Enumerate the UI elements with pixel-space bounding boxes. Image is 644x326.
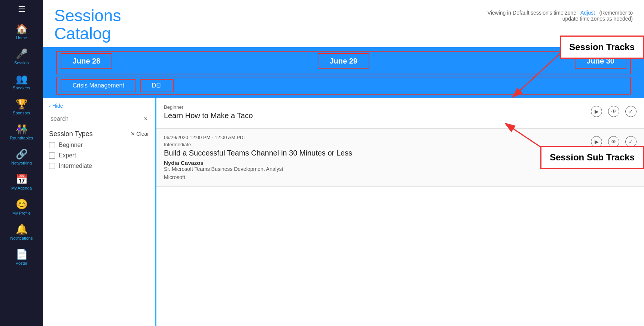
sidebar-item-session[interactable]: 🎤 Session xyxy=(0,46,43,67)
agenda-icon[interactable]: ✓ xyxy=(625,106,637,117)
search-box: × xyxy=(49,114,149,124)
session-actions: ▶ 👁 ✓ xyxy=(591,106,637,117)
sidebar-label-myprofile: My Profile xyxy=(12,211,31,215)
myagenda-icon: 📅 xyxy=(16,173,28,185)
date-june29[interactable]: June 29 xyxy=(318,53,369,69)
session-type: Intermediate xyxy=(164,142,637,147)
hamburger-menu[interactable]: ☰ xyxy=(18,4,25,14)
watch-icon[interactable]: 👁 xyxy=(608,136,619,147)
intermediate-label: Intermediate xyxy=(59,163,92,169)
filter-option-beginner[interactable]: Beginner xyxy=(49,142,149,148)
session-type: Beginner xyxy=(164,104,637,110)
adjust-link[interactable]: Adjust xyxy=(580,10,595,16)
sidebar-label-session: Session xyxy=(14,61,29,65)
sidebar-item-notifications[interactable]: 🔔 Notifications xyxy=(0,221,43,243)
subtracks-row: Crisis Management DEI xyxy=(56,77,631,95)
page-header: SessionsCatalog Viewing in Default sessi… xyxy=(43,0,644,47)
session-actions: ▶ 👁 ✓ xyxy=(591,136,637,147)
search-clear-button[interactable]: × xyxy=(144,116,147,122)
sessions-list: Beginner Learn How to Make a Taco ▶ 👁 ✓ … xyxy=(155,98,644,326)
filter-option-expert[interactable]: Expert xyxy=(49,152,149,159)
sidebar-item-myagenda[interactable]: 📅 My Agenda xyxy=(0,171,43,193)
sidebar-label-speakers: Speakers xyxy=(13,86,30,90)
sidebar-item-home[interactable]: 🏠 Home xyxy=(0,21,43,42)
watch-icon[interactable]: 👁 xyxy=(608,106,619,117)
home-icon: 🏠 xyxy=(16,23,28,35)
search-input[interactable] xyxy=(49,114,149,124)
sidebar-label-myagenda: My Agenda xyxy=(11,186,32,190)
session-speaker: Nydia Cavazos xyxy=(164,160,637,166)
session-company: Microsoft xyxy=(164,174,637,180)
intermediate-checkbox[interactable] xyxy=(49,163,55,169)
session-icon: 🎤 xyxy=(16,48,28,60)
sidebar-item-poster[interactable]: 📄 Poster xyxy=(0,246,43,268)
poster-icon: 📄 xyxy=(16,249,28,260)
timezone-text: Viewing in Default session's time zone xyxy=(488,10,576,16)
session-card: 06/29/2020 12:00 PM - 12:00 AM PDT Inter… xyxy=(156,129,644,187)
main-content: SessionsCatalog Viewing in Default sessi… xyxy=(43,0,644,326)
agenda-icon[interactable]: ✓ xyxy=(625,136,637,147)
chevron-left-icon: ‹ xyxy=(49,103,51,109)
page-title: SessionsCatalog xyxy=(54,7,121,43)
sidebar-label-home: Home xyxy=(16,36,27,40)
sponsors-icon: 🏆 xyxy=(16,98,28,110)
tracks-subtracks: Crisis Management DEI xyxy=(57,77,630,94)
timezone-notice: Viewing in Default session's time zone A… xyxy=(488,10,633,22)
clear-label: Clear xyxy=(137,131,149,137)
hide-button[interactable]: ‹ Hide xyxy=(49,103,149,109)
session-datetime: 06/29/2020 12:00 PM - 12:00 AM PDT xyxy=(164,135,637,140)
beginner-label: Beginner xyxy=(59,142,83,148)
sidebar-item-sponsors[interactable]: 🏆 Sponsors xyxy=(0,96,43,117)
sidebar-label-sponsors: Sponsors xyxy=(13,111,30,115)
tracks-bar: June 28 June 29 June 30 Crisis Managemen… xyxy=(43,47,644,98)
sidebar-item-speakers[interactable]: 👥 Speakers xyxy=(0,71,43,92)
tracks-dates: June 28 June 29 June 30 xyxy=(57,52,630,71)
clear-filter-button[interactable]: ✕ Clear xyxy=(131,131,149,137)
play-icon[interactable]: ▶ xyxy=(591,136,602,147)
subtrack-dei[interactable]: DEI xyxy=(140,79,174,92)
content-area: ‹ Hide × Session Types ✕ Clear Begi xyxy=(43,98,644,326)
sidebar-label-poster: Poster xyxy=(16,261,28,265)
roundtables-icon: 👫 xyxy=(16,123,28,135)
sidebar-item-networking[interactable]: 🔗 Networking xyxy=(0,146,43,167)
subtrack-crisis[interactable]: Crisis Management xyxy=(61,79,136,92)
networking-icon: 🔗 xyxy=(16,148,28,160)
x-icon: ✕ xyxy=(131,131,135,137)
expert-checkbox[interactable] xyxy=(49,153,55,159)
session-card: Beginner Learn How to Make a Taco ▶ 👁 ✓ xyxy=(156,98,644,129)
speakers-icon: 👥 xyxy=(16,73,28,85)
session-title: Learn How to Make a Taco xyxy=(164,111,637,120)
expert-label: Expert xyxy=(59,152,76,159)
hide-label: Hide xyxy=(52,103,63,109)
play-icon[interactable]: ▶ xyxy=(591,106,602,117)
date-june28[interactable]: June 28 xyxy=(61,53,112,69)
filter-panel: ‹ Hide × Session Types ✕ Clear Begi xyxy=(43,98,155,326)
sidebar-label-roundtables: Roundtables xyxy=(10,136,33,140)
session-title: Build a Successful Teams Channel in 30 M… xyxy=(164,149,637,157)
sidebar-label-notifications: Notifications xyxy=(10,236,33,240)
notifications-icon: 🔔 xyxy=(16,224,28,235)
myprofile-icon: 😊 xyxy=(16,199,28,210)
filter-option-intermediate[interactable]: Intermediate xyxy=(49,163,149,169)
sidebar-item-myprofile[interactable]: 😊 My Profile xyxy=(0,196,43,218)
session-speaker-title: Sr. Microsoft Teams Business Development… xyxy=(164,166,637,172)
filter-title: Session Types xyxy=(49,130,93,138)
filter-header: Session Types ✕ Clear xyxy=(49,130,149,138)
beginner-checkbox[interactable] xyxy=(49,142,55,148)
dates-row: June 28 June 29 June 30 xyxy=(56,51,631,74)
date-june30[interactable]: June 30 xyxy=(575,53,626,69)
sidebar-item-roundtables[interactable]: 👫 Roundtables xyxy=(0,121,43,142)
sidebar-label-networking: Networking xyxy=(11,161,32,165)
sidebar: ☰ 🏠 Home 🎤 Session 👥 Speakers 🏆 Sponsors… xyxy=(0,0,43,326)
